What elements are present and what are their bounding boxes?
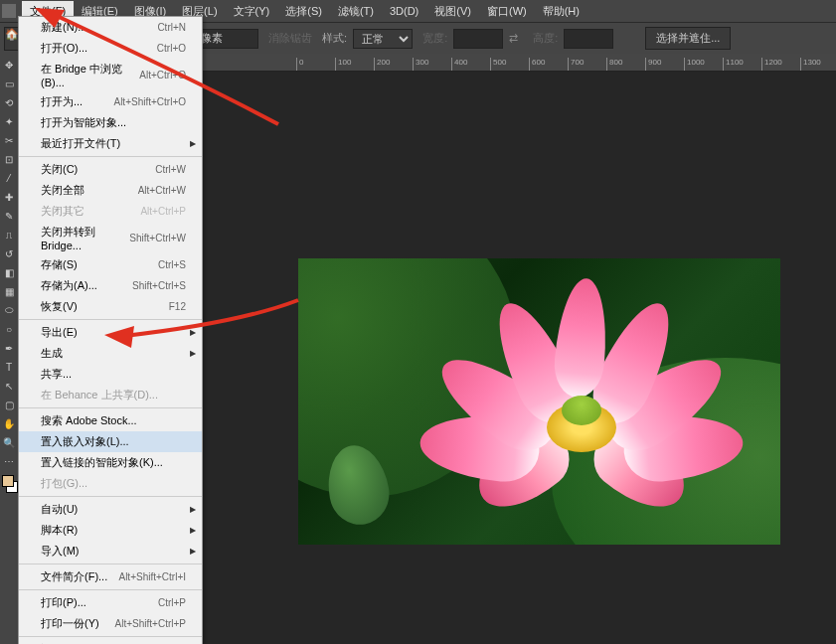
menu-item[interactable]: 最近打开文件(T)▶ (19, 133, 202, 154)
menu-item[interactable]: 自动(U)▶ (19, 499, 202, 520)
select-and-mask-button[interactable]: 选择并遮住... (645, 27, 731, 50)
stamp-tool-icon[interactable]: ⎍ (0, 226, 18, 243)
eyedropper-tool-icon[interactable]: ⁄ (0, 169, 18, 187)
eraser-tool-icon[interactable]: ◧ (0, 263, 18, 281)
shape-tool-icon[interactable]: ▢ (0, 396, 18, 413)
antialias-label: 消除锯齿 (268, 31, 312, 46)
menu-item[interactable]: 打开为...Alt+Shift+Ctrl+O (19, 91, 202, 112)
toolbox: ✥ ▭ ⟲ ✦ ✂ ⊡ ⁄ ✚ ✎ ⎍ ↺ ◧ ▦ ⬭ ○ ✒ T ↖ ▢ ✋ … (0, 54, 18, 644)
menu-filter[interactable]: 滤镜(T) (330, 1, 382, 22)
menu-item[interactable]: 打开为智能对象... (19, 112, 202, 133)
menu-item[interactable]: 恢复(V)F12 (19, 296, 202, 317)
file-menu-dropdown: 新建(N)...Ctrl+N打开(O)...Ctrl+O在 Bridge 中浏览… (18, 16, 203, 644)
link-icon: ⇄ (509, 32, 523, 46)
width-input (453, 29, 503, 49)
menu-window[interactable]: 窗口(W) (479, 1, 535, 22)
frame-tool-icon[interactable]: ⊡ (0, 150, 18, 168)
app-logo-icon (2, 4, 16, 18)
blur-tool-icon[interactable]: ⬭ (0, 301, 18, 319)
width-label: 宽度: (422, 31, 447, 46)
menu-item[interactable]: 打印(P)...Ctrl+P (19, 592, 202, 613)
lasso-tool-icon[interactable]: ⟲ (0, 93, 18, 111)
zoom-tool-icon[interactable]: 🔍 (0, 433, 18, 451)
style-select[interactable]: 正常 (353, 29, 413, 49)
menu-help[interactable]: 帮助(H) (535, 1, 587, 22)
color-swatches[interactable] (0, 475, 18, 497)
image-content (437, 288, 716, 517)
menu-view[interactable]: 视图(V) (426, 1, 479, 22)
menu-item[interactable]: 导出(E)▶ (19, 322, 202, 343)
more-tools-icon[interactable]: ⋯ (0, 452, 18, 470)
menu-item[interactable]: 打印一份(Y)Alt+Shift+Ctrl+P (19, 613, 202, 634)
menu-item[interactable]: 生成▶ (19, 343, 202, 364)
height-label: 高度: (533, 31, 558, 46)
menu-item[interactable]: 新建(N)...Ctrl+N (19, 17, 202, 38)
menu-item[interactable]: 打开(O)...Ctrl+O (19, 38, 202, 59)
menu-item[interactable]: 关闭全部Alt+Ctrl+W (19, 180, 202, 201)
menu-item[interactable]: 脚本(R)▶ (19, 520, 202, 541)
menu-item[interactable]: 置入链接的智能对象(K)... (19, 452, 202, 473)
brush-tool-icon[interactable]: ✎ (0, 207, 18, 225)
menu-item: 在 Behance 上共享(D)... (19, 385, 202, 405)
move-tool-icon[interactable]: ✥ (0, 56, 18, 74)
type-tool-icon[interactable]: T (0, 358, 18, 376)
menu-item[interactable]: 搜索 Adobe Stock... (19, 410, 202, 431)
menu-item[interactable]: 共享... (19, 364, 202, 385)
document-canvas[interactable] (298, 258, 780, 545)
menu-item[interactable]: 置入嵌入对象(L)... (19, 431, 202, 452)
menu-item[interactable]: 存储(S)Ctrl+S (19, 254, 202, 275)
menu-item[interactable]: 存储为(A)...Shift+Ctrl+S (19, 275, 202, 296)
menu-item: 关闭其它Alt+Ctrl+P (19, 201, 202, 222)
pen-tool-icon[interactable]: ✒ (0, 339, 18, 357)
height-input (564, 29, 613, 49)
menu-item[interactable]: 关闭(C)Ctrl+W (19, 159, 202, 180)
hand-tool-icon[interactable]: ✋ (0, 414, 18, 432)
menu-item[interactable]: 在 Bridge 中浏览(B)...Alt+Ctrl+O (19, 59, 202, 91)
crop-tool-icon[interactable]: ✂ (0, 131, 18, 149)
menu-type[interactable]: 文字(Y) (226, 1, 278, 22)
menu-item[interactable]: 关闭并转到 Bridge...Shift+Ctrl+W (19, 222, 202, 254)
history-brush-tool-icon[interactable]: ↺ (0, 244, 18, 262)
menu-item: 打包(G)... (19, 473, 202, 494)
path-tool-icon[interactable]: ↖ (0, 377, 18, 395)
wand-tool-icon[interactable]: ✦ (0, 112, 18, 130)
menu-3d[interactable]: 3D(D) (382, 2, 426, 20)
fg-color-swatch[interactable] (2, 475, 14, 487)
style-label: 样式: (322, 31, 347, 46)
menu-select[interactable]: 选择(S) (277, 1, 330, 22)
menu-item[interactable]: 退出(X)Ctrl+Q (19, 639, 202, 644)
menu-item[interactable]: 文件简介(F)...Alt+Shift+Ctrl+I (19, 566, 202, 587)
marquee-tool-icon[interactable]: ▭ (0, 75, 18, 92)
gradient-tool-icon[interactable]: ▦ (0, 282, 18, 300)
menu-item[interactable]: 导入(M)▶ (19, 541, 202, 562)
heal-tool-icon[interactable]: ✚ (0, 188, 18, 206)
dodge-tool-icon[interactable]: ○ (0, 320, 18, 338)
